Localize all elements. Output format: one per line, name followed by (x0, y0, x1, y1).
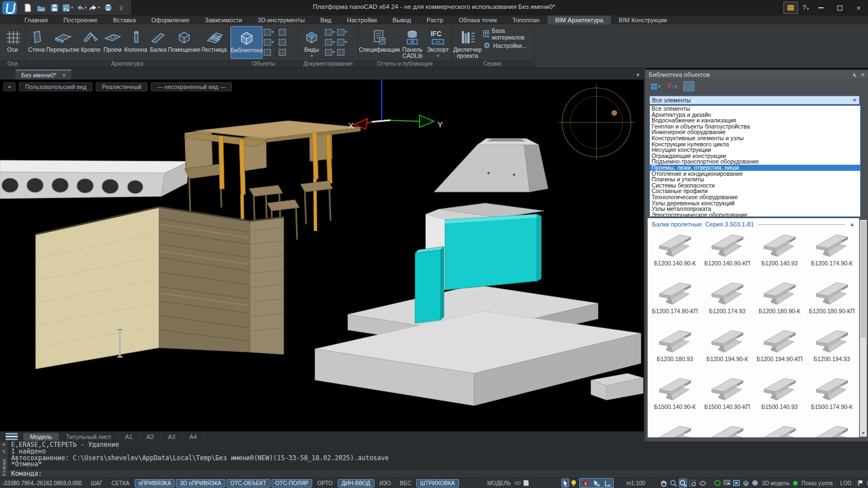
monitor-icon[interactable] (723, 479, 731, 487)
ribbon-tab[interactable]: Облака точек (451, 16, 505, 24)
library-item[interactable]: Б1500.140.90-К (649, 372, 701, 420)
save-all-icon[interactable] (62, 2, 73, 13)
annotation-scale[interactable]: m1:100 (624, 480, 647, 486)
doc-tool-3[interactable] (325, 48, 335, 56)
lod-label[interactable]: LOD (835, 480, 857, 486)
select-cursor-icon[interactable] (561, 479, 569, 487)
help-button[interactable]: ? (800, 4, 811, 12)
close-tab-icon[interactable]: × (62, 72, 66, 78)
library-item[interactable]: Б1200.174.93 (701, 277, 753, 324)
sphere-icon[interactable] (751, 479, 759, 487)
ribbon-tab[interactable]: Оформление (144, 16, 197, 24)
library-item[interactable]: Б1200.194.90-КП (753, 324, 806, 372)
library-item[interactable]: Б1500.140.90-КП (701, 372, 753, 420)
ribbon-tab[interactable]: Растр (419, 16, 451, 24)
ribbon-tab[interactable]: 3D-инструменты (250, 16, 313, 24)
category-combobox[interactable]: Все элементы (649, 96, 860, 105)
materials-db-button[interactable]: База материалов (483, 29, 531, 38)
maximize-button[interactable] (830, 0, 849, 16)
flag-icon[interactable] (857, 479, 864, 487)
room-button[interactable]: Помещение (168, 26, 200, 59)
redo-icon[interactable] (89, 2, 100, 13)
save-icon[interactable] (49, 2, 60, 13)
layout-tab[interactable]: А1 (119, 433, 140, 441)
axes-button[interactable]: Оси (1, 26, 24, 59)
paper-model-toggle-icon[interactable] (514, 479, 521, 487)
doc-tool-6[interactable] (337, 48, 347, 56)
scrollbar-thumb[interactable] (861, 221, 866, 338)
axis-tracking-icon[interactable] (603, 479, 613, 487)
ribbon-tab[interactable]: BIM Конструкции (611, 16, 675, 24)
scroll-down-icon[interactable]: ▼ (860, 431, 866, 436)
roof-button[interactable]: Кровля (80, 26, 102, 59)
status-toggle[interactable]: ШТРИХОВКА (416, 479, 458, 487)
library-item[interactable]: Б1200.140.93 (753, 229, 806, 277)
zoom-icon[interactable] (669, 479, 678, 487)
layout-tab[interactable]: Модель (23, 433, 59, 441)
panel-scrollbar[interactable]: ▼ (860, 220, 867, 437)
object-tool-6[interactable] (279, 48, 286, 56)
dropdown-option[interactable]: Все элементы (650, 106, 860, 112)
specifications-button[interactable]: Спецификации (359, 26, 400, 59)
document-tab[interactable]: Без имени0* × (16, 70, 71, 80)
grid-view-icon[interactable] (650, 81, 661, 91)
object-tool-4[interactable] (279, 28, 286, 36)
project-manager-button[interactable]: Диспетчер проекта (453, 26, 482, 59)
sort-filter-icon[interactable] (667, 81, 678, 91)
model-3d-label[interactable]: 3D модель (760, 480, 792, 486)
tab-list-chevron-icon[interactable]: ▼ (635, 72, 640, 78)
pin-icon[interactable] (851, 72, 857, 77)
opening-button[interactable]: Проем (102, 26, 123, 59)
settings-button[interactable]: Настройки... (483, 41, 531, 50)
ribbon-tab[interactable]: Вывод (384, 16, 418, 24)
nanocad-logo-icon[interactable] (2, 1, 17, 14)
collapse-chevron-icon[interactable]: ▲ (850, 221, 855, 227)
status-toggle[interactable]: ОТС-ПОЛЯР (272, 479, 313, 487)
cube-3d-icon[interactable] (742, 479, 750, 487)
dropdown-option[interactable]: Электротехническое оборудование (650, 212, 860, 217)
library-item[interactable]: Б1500.140.93 (753, 372, 806, 420)
library-item[interactable]: Б1200.174.90-К (806, 229, 858, 277)
library-item[interactable] (753, 420, 806, 437)
status-toggle[interactable]: ВЕС (396, 479, 416, 487)
pin-icon[interactable] (2, 449, 6, 454)
status-toggle[interactable]: ШАГ (87, 479, 106, 487)
object-tool-5[interactable] (279, 38, 286, 46)
library-item[interactable]: Б1200.180.90-К (753, 277, 806, 324)
zoom-realtime-icon[interactable] (679, 479, 687, 487)
library-button[interactable]: Библиотека (230, 26, 263, 59)
pan-hand-icon[interactable] (659, 479, 668, 487)
library-item[interactable] (806, 420, 858, 437)
status-toggle[interactable]: 3D оПРИВЯЗКА (176, 479, 225, 487)
dropdown-option[interactable]: Конструктивные элементы и узлы (650, 135, 860, 141)
close-panel-icon[interactable]: × (861, 71, 865, 78)
new-file-icon[interactable] (22, 2, 33, 13)
viewport[interactable]: + Пользовательский вид Реалистичный --- … (0, 80, 644, 431)
ribbon-tab[interactable]: Настройки (339, 16, 385, 24)
library-item[interactable]: Б1200.194.93 (806, 324, 858, 372)
ellipse-tool-icon[interactable] (713, 479, 722, 487)
export-ifc-button[interactable]: IFC Экспорт (425, 26, 450, 59)
viewport-style-button[interactable]: Реалистичный (96, 82, 147, 91)
layout-list-icon[interactable] (6, 433, 18, 441)
package-manager-icon[interactable] (783, 2, 798, 14)
beam-button[interactable]: Балка (149, 26, 168, 59)
viewport-saved-view-button[interactable]: --- несохраненный вид --- (151, 82, 232, 91)
close-panel-icon[interactable]: × (2, 442, 5, 447)
contour-label[interactable]: Контур (865, 480, 868, 486)
library-section-header[interactable]: Балки пролетные. Серия 3.503.1-81 ▲ (648, 218, 859, 229)
viewport-3d-scene[interactable]: X Y (0, 80, 644, 431)
viewport-sheet-icon[interactable] (522, 479, 530, 487)
object-tool-2[interactable] (264, 38, 274, 46)
lightbulb-icon[interactable] (570, 479, 577, 487)
status-toggle[interactable]: ОТС-ОБЪЕКТ (226, 479, 270, 487)
library-item[interactable] (701, 420, 753, 437)
ribbon-tab[interactable]: Построение (56, 16, 105, 24)
views-button[interactable]: Виды (299, 26, 324, 59)
toolbar-overflow-icon[interactable] (116, 2, 127, 13)
status-toggle[interactable]: оПРИВЯЗКА (135, 479, 175, 487)
select-box-cursor-icon[interactable] (591, 479, 601, 487)
nodes-dot-icon[interactable] (792, 479, 798, 487)
dropdown-option[interactable]: Проемы, люки, отверстия, ниши (650, 165, 860, 171)
ribbon-tab[interactable]: BIM Архитектура (548, 16, 611, 24)
